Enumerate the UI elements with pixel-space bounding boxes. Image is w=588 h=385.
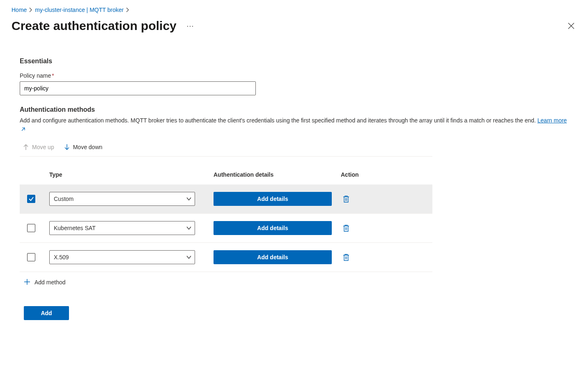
close-button[interactable] [566,21,577,31]
more-actions-button[interactable]: ⋯ [184,21,196,31]
row-checkbox[interactable] [27,224,35,232]
arrow-up-icon [23,144,29,150]
col-header-type: Type [46,157,210,184]
plus-icon [24,279,30,286]
reorder-toolbar: Move up Move down [20,142,432,157]
add-details-button[interactable]: Add details [214,221,332,235]
required-asterisk: * [52,72,54,79]
table-row: Custom Add details [20,184,432,214]
type-select[interactable]: X.509 [49,250,195,264]
move-up-button[interactable]: Move up [23,144,54,150]
type-select[interactable]: Kubernetes SAT [49,221,195,235]
external-link-icon [21,125,25,134]
auth-methods-heading: Authentication methods [20,106,570,113]
delete-row-button[interactable] [341,193,351,205]
table-row: Kubernetes SAT Add details [20,213,432,242]
close-icon [567,22,575,30]
page-title: Create authentication policy [11,19,177,33]
move-down-button[interactable]: Move down [64,144,103,150]
chevron-right-icon [29,7,32,12]
check-icon [28,196,34,202]
add-button[interactable]: Add [24,306,69,320]
trash-icon [342,253,350,261]
policy-name-label: Policy name* [20,72,570,79]
essentials-heading: Essentials [20,58,570,65]
row-checkbox[interactable] [27,253,35,261]
auth-methods-table: Type Authentication details Action Custo… [20,157,432,272]
breadcrumb-context[interactable]: my-cluster-instance | MQTT broker [35,7,124,13]
chevron-right-icon [126,7,129,12]
arrow-down-icon [64,144,70,150]
delete-row-button[interactable] [341,251,351,263]
add-method-button[interactable]: Add method [20,272,432,286]
trash-icon [342,195,350,203]
delete-row-button[interactable] [341,222,351,234]
breadcrumb-home[interactable]: Home [11,7,27,13]
row-checkbox[interactable] [27,195,35,203]
type-select[interactable]: Custom [49,192,195,206]
auth-methods-description: Add and configure authentication methods… [20,116,570,135]
table-row: X.509 Add details [20,242,432,272]
policy-name-input[interactable] [20,81,256,95]
breadcrumb: Home my-cluster-instance | MQTT broker [11,7,577,13]
trash-icon [342,224,350,232]
add-details-button[interactable]: Add details [214,250,332,264]
add-details-button[interactable]: Add details [214,192,332,206]
col-header-action: Action [338,157,432,184]
col-header-details: Authentication details [210,157,338,184]
title-row: Create authentication policy ⋯ [11,19,577,33]
